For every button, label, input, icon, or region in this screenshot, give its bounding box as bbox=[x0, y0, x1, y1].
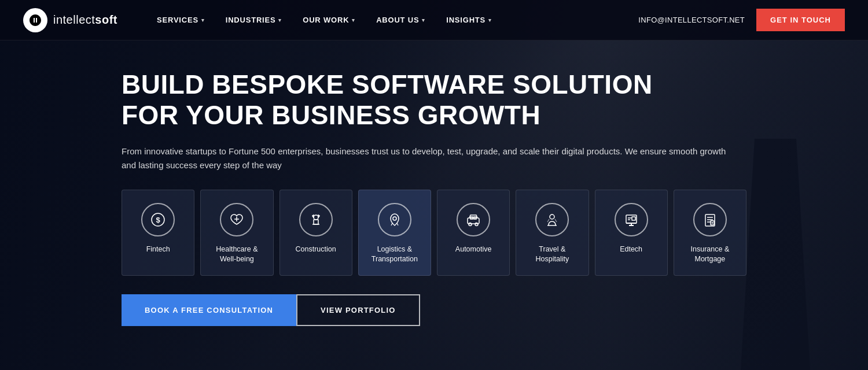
travel-icon bbox=[535, 203, 569, 236]
industry-card-fintech[interactable]: $ Fintech bbox=[122, 190, 194, 276]
svg-point-7 bbox=[393, 217, 396, 220]
fintech-icon: $ bbox=[141, 203, 175, 236]
book-consultation-button[interactable]: BOOK A FREE CONSULTATION bbox=[122, 294, 296, 326]
industry-card-logistics[interactable]: Logistics & Transportation bbox=[358, 190, 431, 276]
chevron-down-icon: ▾ bbox=[278, 17, 282, 23]
nav-email[interactable]: INFO@INTELLECTSOFT.NET bbox=[627, 16, 756, 24]
chevron-down-icon: ▾ bbox=[352, 17, 355, 23]
nav-services[interactable]: SERVICES ▾ bbox=[146, 0, 215, 40]
svg-rect-22 bbox=[705, 214, 715, 226]
construction-icon bbox=[299, 203, 333, 236]
chevron-down-icon: ▾ bbox=[422, 17, 425, 23]
automotive-icon bbox=[457, 203, 490, 236]
hero-title: BUILD BESPOKE SOFTWARE SOLUTION FOR YOUR… bbox=[122, 69, 671, 131]
travel-label: Travel & Hospitality bbox=[525, 245, 579, 265]
logo-icon bbox=[23, 8, 47, 32]
svg-point-9 bbox=[469, 223, 472, 225]
nav-links: SERVICES ▾ INDUSTRIES ▾ OUR WORK ▾ ABOUT… bbox=[146, 0, 627, 40]
industry-card-travel[interactable]: Travel & Hospitality bbox=[516, 190, 589, 276]
logistics-label: Logistics & Transportation bbox=[368, 245, 421, 265]
fintech-label: Fintech bbox=[146, 245, 170, 255]
industry-card-construction[interactable]: Construction bbox=[279, 190, 352, 276]
svg-point-13 bbox=[550, 214, 554, 219]
chevron-down-icon: ▾ bbox=[201, 17, 205, 23]
logistics-icon bbox=[378, 203, 411, 236]
svg-rect-21 bbox=[632, 217, 635, 220]
nav-industries[interactable]: INDUSTRIES ▾ bbox=[215, 0, 293, 40]
nav-our-work[interactable]: OUR WORK ▾ bbox=[292, 0, 366, 40]
svg-rect-5 bbox=[314, 220, 318, 224]
industry-card-healthcare[interactable]: Healthcare & Well-being bbox=[200, 190, 273, 276]
insurance-icon bbox=[693, 203, 727, 236]
view-portfolio-button[interactable]: VIEW PORTFOLIO bbox=[296, 294, 420, 326]
healthcare-icon bbox=[220, 203, 253, 236]
chevron-down-icon: ▾ bbox=[488, 17, 492, 23]
industry-cards: $ Fintech Healthcare & Well-being bbox=[122, 190, 746, 276]
insurance-label: Insurance & Mortgage bbox=[683, 245, 737, 265]
svg-point-4 bbox=[314, 215, 318, 220]
svg-point-10 bbox=[475, 223, 478, 225]
healthcare-label: Healthcare & Well-being bbox=[210, 245, 263, 265]
industry-card-insurance[interactable]: Insurance & Mortgage bbox=[674, 190, 746, 276]
navbar: intellectsoft SERVICES ▾ INDUSTRIES ▾ OU… bbox=[0, 0, 868, 40]
nav-about-us[interactable]: ABOUT US ▾ bbox=[366, 0, 436, 40]
svg-text:$: $ bbox=[156, 216, 161, 224]
logo-text: intellectsoft bbox=[53, 13, 117, 27]
nav-insights[interactable]: INSIGHTS ▾ bbox=[436, 0, 502, 40]
hero-section: BUILD BESPOKE SOFTWARE SOLUTION FOR YOUR… bbox=[0, 40, 868, 326]
nav-cta-button[interactable]: GET IN TOUCH bbox=[756, 9, 845, 31]
automotive-label: Automotive bbox=[455, 245, 492, 255]
hero-subtitle: From innovative startups to Fortune 500 … bbox=[122, 145, 735, 172]
industry-card-automotive[interactable]: Automotive bbox=[437, 190, 510, 276]
construction-label: Construction bbox=[296, 245, 336, 255]
cta-buttons: BOOK A FREE CONSULTATION VIEW PORTFOLIO bbox=[122, 294, 746, 326]
industry-card-edtech[interactable]: Edtech bbox=[595, 190, 668, 276]
edtech-label: Edtech bbox=[620, 245, 642, 255]
edtech-icon bbox=[615, 203, 648, 236]
logo[interactable]: intellectsoft bbox=[23, 8, 117, 32]
